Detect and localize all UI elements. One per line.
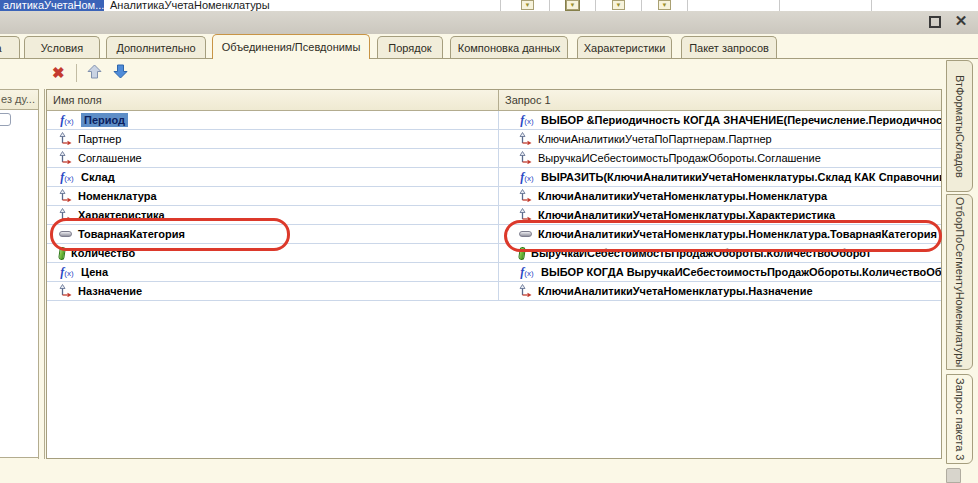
query-expression-cell: f(x)ВЫРАЗИТЬ(КлючиАналитикиУчетаНоменкла… (499, 168, 941, 186)
left-panel-header: ез ду... (0, 89, 38, 110)
function-icon: f(x) (59, 170, 75, 185)
fields-table: Имя поля Запрос 1 f(x)Периодf(x)ВЫБОР &П… (46, 89, 942, 459)
field-icon (519, 132, 532, 147)
field-icon (59, 284, 72, 299)
query-expression-cell: f(x)ВЫБОР &Периодичность КОГДА ЗНАЧЕНИЕ(… (499, 111, 941, 129)
field-icon (519, 151, 532, 166)
query-expression-cell: КлючиАналитикиУчетаПоПартнерам.Партнер (499, 130, 941, 148)
field-name: Цена (81, 266, 108, 278)
annotation-oval-query (504, 220, 942, 252)
dropdown-button[interactable]: ▼ (612, 0, 625, 10)
function-icon: f(x) (59, 113, 75, 128)
background-cell[interactable]: АналитикаУчетаНоменклатуры (110, 0, 270, 11)
tab-strip-baseline (0, 58, 978, 59)
tab-conditions[interactable]: Условия (24, 36, 100, 58)
left-panel-cell[interactable] (0, 113, 11, 126)
field-icon (59, 132, 72, 147)
function-icon: f(x) (519, 170, 535, 185)
side-tab-3[interactable]: Запрос пакета 3 (946, 374, 973, 464)
field-name: Назначение (78, 285, 142, 297)
tab-data-composition[interactable]: Компоновка данных (450, 36, 568, 58)
column-divider (687, 0, 688, 11)
column-header-field-name: Имя поля (47, 90, 499, 110)
move-up-button[interactable] (84, 62, 104, 82)
field-name-cell: Номенклатура (47, 187, 499, 205)
field-icon (59, 189, 72, 204)
query-expression-cell: КлючиАналитикиУчетаНоменклатуры.Номенкла… (499, 187, 941, 205)
query-expression: ВЫБОР КОГДА ВыручкаИСебестоимостьПродажО… (541, 266, 941, 278)
field-name-cell: Партнер (47, 130, 499, 148)
query-expression: КлючиАналитикиУчетаНоменклатуры.Номенкла… (538, 190, 827, 202)
query-expression: КлючиАналитикиУчетаНоменклатуры.Назначен… (538, 285, 813, 297)
field-name: Период (81, 113, 128, 127)
query-expression: КлючиАналитикиУчетаПоПартнерам.Партнер (538, 133, 772, 145)
side-tab-1[interactable]: ВтФорматыСкладов (946, 60, 973, 192)
table-row[interactable]: f(x)Складf(x)ВЫРАЗИТЬ(КлючиАналитикиУчет… (47, 168, 941, 187)
tab-query-batch[interactable]: Пакет запросов (681, 36, 777, 58)
query-expression: ВЫРАЗИТЬ(КлючиАналитикиУчетаНоменклатуры… (541, 171, 941, 183)
tab-characteristics[interactable]: Характеристики (577, 36, 672, 58)
delete-button[interactable]: ✖ (52, 64, 65, 82)
column-header-query1: Запрос 1 (499, 90, 941, 110)
table-header: Имя поля Запрос 1 (47, 90, 941, 111)
column-divider (549, 0, 550, 11)
annotation-oval-field-name (50, 218, 290, 251)
field-name: Склад (81, 171, 115, 183)
field-name-cell: Назначение (47, 282, 499, 300)
field-name: Номенклатура (78, 190, 157, 202)
tab-order[interactable]: Порядок (377, 36, 443, 58)
tab-partial[interactable]: ка (0, 36, 20, 58)
field-name-cell: Соглашение (47, 149, 499, 167)
function-icon: f(x) (59, 265, 75, 280)
panel-separator (38, 89, 39, 459)
table-row[interactable]: НоменклатураКлючиАналитикиУчетаНоменклат… (47, 187, 941, 206)
field-name: Партнер (78, 133, 121, 145)
column-divider (595, 0, 596, 11)
dropdown-button[interactable]: ▼ (566, 0, 579, 10)
field-icon (59, 151, 72, 166)
tab-unions-aliases[interactable]: Объединения/Псевдонимы (212, 34, 370, 59)
close-icon[interactable]: ✕ (952, 12, 970, 30)
tab-additional[interactable]: Дополнительно (106, 36, 206, 58)
field-icon (519, 189, 532, 204)
side-panel-fragment (946, 468, 961, 483)
panel-separator (44, 89, 45, 459)
field-name-cell: f(x)Период (47, 111, 499, 129)
query-expression-cell: КлючиАналитикиУчетаНоменклатуры.Назначен… (499, 282, 941, 300)
title-bar (0, 11, 978, 34)
query-expression: ВЫБОР &Периодичность КОГДА ЗНАЧЕНИЕ(Пере… (541, 114, 941, 126)
table-row[interactable]: f(x)Ценаf(x)ВЫБОР КОГДА ВыручкаИСебестои… (47, 263, 941, 282)
column-divider (641, 0, 642, 11)
toolbar-separator (76, 64, 77, 82)
left-panel-body (0, 110, 38, 458)
field-name-cell: f(x)Цена (47, 263, 499, 281)
move-down-button[interactable] (110, 62, 130, 82)
column-divider (779, 0, 780, 11)
arrow-down-icon (112, 63, 129, 80)
query-expression: ВыручкаИСебестоимостьПродажОбороты.Согла… (538, 152, 821, 164)
table-row[interactable]: f(x)Периодf(x)ВЫБОР &Периодичность КОГДА… (47, 111, 941, 130)
side-tab-2[interactable]: ОтборПоСегментуНоменклатуры (946, 194, 973, 370)
maximize-icon[interactable] (929, 16, 941, 28)
column-divider (500, 0, 501, 11)
function-icon: f(x) (519, 265, 535, 280)
field-name: Соглашение (78, 152, 142, 164)
background-window-strip: алитикаУчетаНом... АналитикаУчетаНоменкл… (0, 0, 978, 11)
dropdown-button[interactable]: ▼ (658, 0, 671, 10)
arrow-up-icon (86, 63, 103, 80)
table-row[interactable]: НазначениеКлючиАналитикиУчетаНоменклатур… (47, 282, 941, 301)
background-selected-cell[interactable]: алитикаУчетаНом... (0, 0, 104, 11)
table-row[interactable]: ПартнерКлючиАналитикиУчетаПоПартнерам.Па… (47, 130, 941, 149)
field-table-body: f(x)Периодf(x)ВЫБОР &Периодичность КОГДА… (47, 111, 941, 301)
dropdown-button[interactable]: ▼ (521, 0, 534, 10)
query-expression-cell: f(x)ВЫБОР КОГДА ВыручкаИСебестоимостьПро… (499, 263, 941, 281)
function-icon: f(x) (519, 113, 535, 128)
column-divider (871, 0, 872, 11)
field-icon (519, 284, 532, 299)
query-expression-cell: ВыручкаИСебестоимостьПродажОбороты.Согла… (499, 149, 941, 167)
table-row[interactable]: СоглашениеВыручкаИСебестоимостьПродажОбо… (47, 149, 941, 168)
field-name-cell: f(x)Склад (47, 168, 499, 186)
